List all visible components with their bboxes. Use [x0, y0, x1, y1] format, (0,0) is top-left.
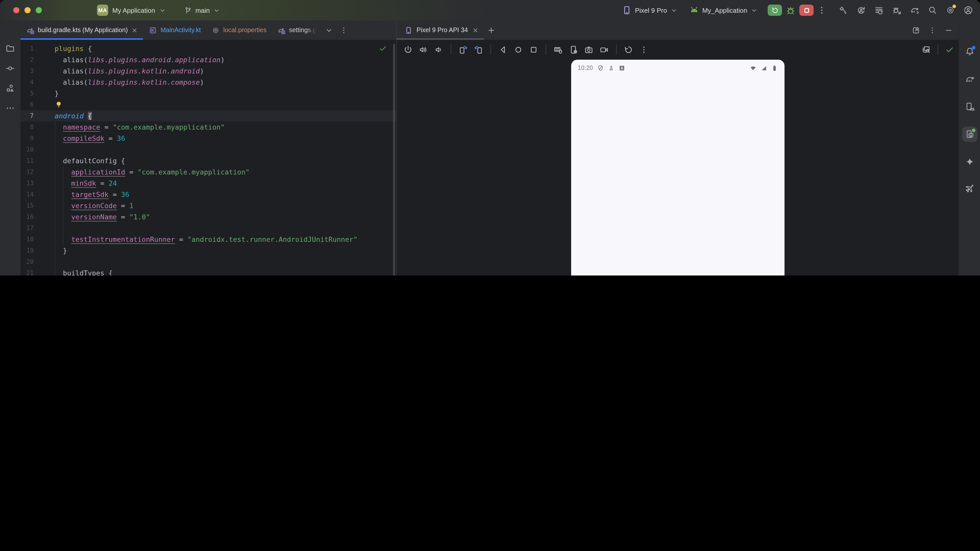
tab-list-dropdown-button[interactable] [321, 21, 336, 40]
code-editor[interactable]: 1plugins {2 alias(libs.plugins.android.a… [21, 40, 396, 275]
rotate-left-icon[interactable] [459, 45, 468, 54]
build-icon[interactable] [838, 6, 848, 15]
running-devices-icon [965, 130, 974, 139]
right-strip-items [959, 44, 980, 197]
emulator-clock: 10:20 [578, 65, 593, 71]
ui-check-icon[interactable] [922, 45, 931, 54]
code-line[interactable]: compileSdk = 36 [55, 133, 125, 144]
code-line[interactable]: defaultConfig { [55, 155, 125, 166]
gear-icon [212, 26, 220, 34]
list-reload-icon[interactable] [874, 6, 883, 15]
close-icon[interactable] [472, 27, 479, 33]
code-line[interactable]: minSdk = 24 [55, 178, 117, 189]
back-icon[interactable] [499, 45, 508, 54]
code-line[interactable]: namespace = "com.example.myapplication" [55, 121, 225, 133]
code-line[interactable]: plugins { [55, 43, 92, 54]
tool-window-gradle[interactable] [962, 71, 977, 87]
project-widget[interactable]: MA My Application [97, 5, 166, 16]
branch-icon [184, 6, 192, 14]
code-line[interactable]: versionName = "1.0" [55, 211, 150, 222]
line-number: 10 [21, 144, 34, 155]
run-configuration-selector[interactable]: My_Application [690, 6, 757, 15]
vcs-branch-widget[interactable]: main [184, 6, 220, 14]
device-selector[interactable]: Pixel 9 Pro [622, 6, 677, 15]
hardware-input-icon[interactable] [554, 45, 563, 54]
code-line[interactable]: alias(libs.plugins.kotlin.android) [55, 65, 204, 76]
running-devices-panel: Pixel 9 Pro API 34 10:20 [396, 21, 959, 275]
emulator-screen[interactable]: 10:20 Hello Android! [571, 60, 784, 275]
volume-down-icon[interactable] [434, 45, 443, 54]
left-strip-top [0, 44, 21, 113]
code-line[interactable]: } [55, 245, 67, 256]
code-line[interactable]: alias(libs.plugins.android.application) [55, 54, 225, 65]
tool-window-notifications[interactable] [962, 44, 977, 59]
apply-changes-icon[interactable] [856, 6, 865, 15]
device-tab[interactable]: Pixel 9 Pro API 34 [396, 21, 484, 40]
code-line[interactable]: android { [55, 110, 92, 121]
profile-icon[interactable] [964, 6, 973, 15]
line-number: 2 [21, 54, 34, 65]
code-line[interactable]: } [55, 88, 59, 99]
more-vert-icon[interactable] [640, 45, 648, 54]
run-config-name: My_Application [702, 6, 747, 14]
code-line[interactable]: buildTypes { [55, 267, 113, 275]
hide-panel-icon[interactable] [945, 26, 953, 34]
volume-up-icon[interactable] [419, 45, 428, 54]
rotate-right-icon[interactable] [474, 45, 483, 54]
open-in-window-icon[interactable] [912, 26, 920, 34]
gradle-icon [965, 75, 974, 84]
line-number: 11 [21, 155, 34, 166]
editor-tab-build.gradle.kts[interactable]: build.gradle.kts (My Application) [21, 21, 143, 40]
airplane-icon [965, 185, 974, 194]
editor-scrollbar[interactable] [393, 44, 395, 275]
screen-record-icon[interactable] [600, 45, 608, 54]
home-icon[interactable] [514, 45, 523, 54]
gradle-sync-icon[interactable] [910, 6, 919, 15]
code-line[interactable]: alias(libs.plugins.kotlin.compose) [55, 76, 204, 88]
settings-icon[interactable] [946, 6, 955, 15]
code-line[interactable]: targetSdk = 36 [55, 189, 129, 200]
app-badge-icon [619, 65, 625, 71]
more-horizontal-icon[interactable] [6, 103, 15, 113]
tab-options-button[interactable] [336, 21, 351, 40]
code-line[interactable]: testInstrumentationRunner = "androidx.te… [55, 233, 358, 245]
device-icon [622, 6, 632, 15]
debug-button[interactable] [786, 5, 796, 15]
android-icon [690, 6, 699, 15]
commit-icon[interactable] [6, 64, 15, 73]
code-line[interactable]: versionCode = 1 [55, 200, 134, 211]
add-device-tab-button[interactable] [484, 26, 499, 34]
intention-bulb-icon[interactable] [55, 100, 63, 109]
panel-options-icon[interactable] [928, 26, 936, 34]
restart-icon[interactable] [624, 45, 633, 54]
cell-signal-icon [760, 65, 767, 71]
gemini-icon [965, 157, 974, 166]
overview-icon[interactable] [529, 45, 538, 54]
editor-tab-MainActivity.kt[interactable]: MainActivity.kt [143, 21, 206, 40]
tool-window-gemini[interactable] [962, 154, 977, 169]
tool-window-airplane[interactable] [962, 182, 977, 197]
rerun-button[interactable] [768, 5, 782, 16]
right-tool-strip [959, 21, 980, 275]
inspections-ok-icon[interactable] [379, 44, 387, 52]
screenshot-icon[interactable] [584, 45, 593, 54]
project-folder-icon[interactable] [6, 44, 15, 53]
close-icon[interactable] [131, 27, 138, 33]
more-run-options-button[interactable] [817, 6, 826, 15]
editor-tab-settings.g[interactable]: settings.g [272, 21, 321, 40]
editor-tab-local.properties[interactable]: local.properties [206, 21, 272, 40]
attach-debugger-icon[interactable] [892, 6, 901, 15]
power-icon[interactable] [404, 45, 412, 54]
minimize-window-button[interactable] [24, 7, 30, 13]
structure-icon[interactable] [6, 84, 15, 93]
code-line[interactable]: applicationId = "com.example.myapplicati… [55, 166, 250, 178]
line-number: 1 [21, 43, 34, 54]
stop-button[interactable] [799, 5, 814, 16]
search-everywhere-icon[interactable] [928, 6, 937, 15]
close-window-button[interactable] [13, 7, 19, 13]
tool-window-device-manager[interactable] [962, 99, 977, 114]
tool-window-running-devices[interactable] [962, 127, 977, 142]
line-number: 9 [21, 133, 34, 144]
device-settings-icon[interactable] [569, 45, 578, 54]
zoom-window-button[interactable] [36, 7, 42, 13]
